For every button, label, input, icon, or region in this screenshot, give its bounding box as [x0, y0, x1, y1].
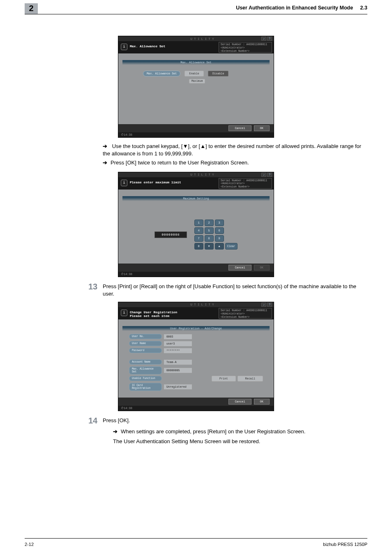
panel-topbar: UTILITY ♪ ? — [118, 302, 274, 307]
step-number-13: 13 — [88, 283, 97, 291]
header-title-text: User Authentication in Enhanced Security… — [236, 5, 353, 11]
panel-topbar: UTILITY ♪ ? — [118, 172, 274, 177]
step-14-line2: The User Authentication Setting Menu Scr… — [113, 438, 367, 445]
time-value: 14:38 — [124, 273, 132, 276]
time-bar: ⏱ 14:38 — [118, 272, 274, 277]
page-number-badge: 2 — [25, 3, 38, 14]
keypad-8[interactable]: 8 — [205, 235, 214, 242]
step-14-text: Press [OK]. — [103, 417, 367, 424]
time-value: 14:38 — [124, 407, 132, 410]
label-user-name[interactable]: User Name — [129, 341, 162, 346]
serial-info-box: Serial Number : A4E0011000011 <Administr… — [219, 42, 272, 53]
sound-icon[interactable]: ♪ — [261, 173, 266, 177]
admin-label: <Administrator> — [221, 312, 245, 315]
enable-button[interactable]: Enable — [184, 71, 203, 76]
maximum-button[interactable]: Maximum — [189, 79, 205, 83]
value-max-allowance: 00000005 — [164, 368, 192, 373]
topbar-label: UTILITY — [145, 37, 261, 41]
value-user-no: 0003 — [164, 334, 192, 340]
info-icon[interactable]: i — [121, 180, 127, 186]
header-section-number: 2.3 — [360, 5, 367, 11]
keypad-clear[interactable]: Clear — [225, 243, 238, 250]
step-14-bullet: When settings are completed, press [Retu… — [113, 428, 367, 435]
label-password[interactable]: Password — [129, 348, 162, 353]
step-number-14: 14 — [88, 417, 97, 426]
instruction-bullet-keypad: Use the touch panel keypad, [▼], or [▲] … — [103, 143, 367, 157]
disable-button[interactable]: Disable — [208, 71, 229, 76]
instruction-bullet-press-ok: Press [OK] twice to return to the User R… — [103, 159, 367, 166]
panel-topbar: UTILITY ♪ ? — [118, 36, 274, 41]
keypad-3[interactable]: 3 — [215, 220, 224, 226]
serial-value: A4E0011000011 — [246, 309, 267, 312]
help-icon[interactable]: ? — [267, 37, 272, 41]
sound-icon[interactable]: ♪ — [261, 37, 266, 41]
value-ic-card: Unregistered — [164, 384, 192, 390]
panel1-title: Max. Allowance Set — [130, 41, 217, 53]
info-icon[interactable]: i — [121, 44, 127, 50]
serial-label: Serial Number — [221, 309, 242, 312]
serial-label: Serial Number — [221, 179, 242, 182]
keypad-5[interactable]: 5 — [205, 227, 214, 234]
ext-label: <Extension Number> — [221, 185, 249, 188]
serial-label: Serial Number — [221, 43, 242, 46]
max-allowance-chip: Max. Allowance Set — [143, 71, 180, 76]
label-ic-card[interactable]: IC Card Registration — [129, 383, 162, 391]
keypad-4[interactable]: 4 — [194, 227, 203, 234]
screenshot-panel-allowance-set: UTILITY ♪ ? i Max. Allowance Set Serial … — [118, 36, 274, 138]
screenshot-panel-maximum-setting: UTILITY ♪ ? i Please enter maximum limit… — [118, 172, 274, 277]
footer-rule — [25, 538, 367, 539]
label-user-no: User No. — [129, 334, 162, 339]
keypad-7[interactable]: 7 — [194, 235, 203, 242]
cancel-button[interactable]: Cancel — [228, 265, 251, 271]
footer-page-number: 2-12 — [25, 542, 34, 547]
time-bar: ⏱ 14:38 — [118, 132, 274, 137]
time-bar: ⏱ 14:38 — [118, 406, 274, 411]
admin-label: <Administrator> — [221, 46, 245, 49]
sound-icon[interactable]: ♪ — [261, 303, 266, 307]
keypad-2[interactable]: 2 — [205, 220, 214, 226]
label-usable-function: Usable Function — [129, 376, 162, 381]
topbar-label: UTILITY — [145, 303, 261, 306]
cancel-button[interactable]: Cancel — [228, 399, 251, 405]
ext-label: <Extension Number> — [221, 50, 249, 53]
panel3-title: Change User RegistrationPlease set each … — [130, 307, 217, 319]
serial-value: A4E0011000011 — [246, 179, 267, 182]
keypad-down[interactable]: ▼ — [205, 243, 214, 250]
panel2-title: Please enter maximum limit — [130, 177, 217, 190]
panel3-subbar: User Registration - Add/Change — [122, 326, 270, 331]
numeric-keypad: 1 2 3 4 5 6 7 8 9 — [194, 220, 224, 242]
serial-info-box: Serial Number : A4E0011000011 <Administr… — [219, 308, 272, 319]
ok-button[interactable]: OK — [254, 125, 270, 131]
screenshot-panel-user-registration: UTILITY ♪ ? i Change User RegistrationPl… — [118, 302, 274, 411]
value-user-name: user3 — [164, 341, 192, 347]
serial-info-box: Serial Number : A4E0011000011 <Administr… — [219, 178, 272, 189]
header-title: User Authentication in Enhanced Security… — [236, 5, 367, 11]
keypad-0[interactable]: 0 — [194, 243, 203, 250]
panel-titlebar: i Change User RegistrationPlease set eac… — [118, 307, 274, 319]
recall-button[interactable]: Recall — [238, 376, 263, 382]
help-icon[interactable]: ? — [267, 303, 272, 307]
admin-label: <Administrator> — [221, 182, 245, 185]
cancel-button[interactable]: Cancel — [228, 125, 251, 131]
footer-product-name: bizhub PRESS 1250P — [323, 542, 367, 547]
ok-button-disabled: OK — [254, 265, 270, 271]
value-account-name: Team-A — [164, 359, 192, 365]
keypad-9[interactable]: 9 — [215, 235, 224, 242]
keypad-up[interactable]: ▲ — [215, 243, 224, 250]
value-password: ******** — [164, 348, 192, 354]
ok-button[interactable]: OK — [254, 399, 270, 405]
topbar-label: UTILITY — [145, 173, 261, 176]
label-max-allowance[interactable]: Max. Allowance Set — [129, 366, 162, 375]
panel1-subbar: Max. Allowance Set — [122, 60, 270, 65]
print-button[interactable]: Print — [212, 376, 235, 382]
label-account-name[interactable]: Account Name — [129, 359, 162, 365]
keypad-6[interactable]: 6 — [215, 227, 224, 234]
panel-titlebar: i Please enter maximum limit Serial Numb… — [118, 177, 274, 190]
info-icon[interactable]: i — [121, 310, 127, 316]
serial-value: A4E0011000011 — [246, 43, 267, 46]
help-icon[interactable]: ? — [267, 173, 272, 177]
ext-label: <Extension Number> — [221, 316, 249, 319]
keypad-1[interactable]: 1 — [194, 220, 203, 226]
time-value: 14:38 — [124, 133, 132, 136]
header-rule — [25, 14, 367, 14]
